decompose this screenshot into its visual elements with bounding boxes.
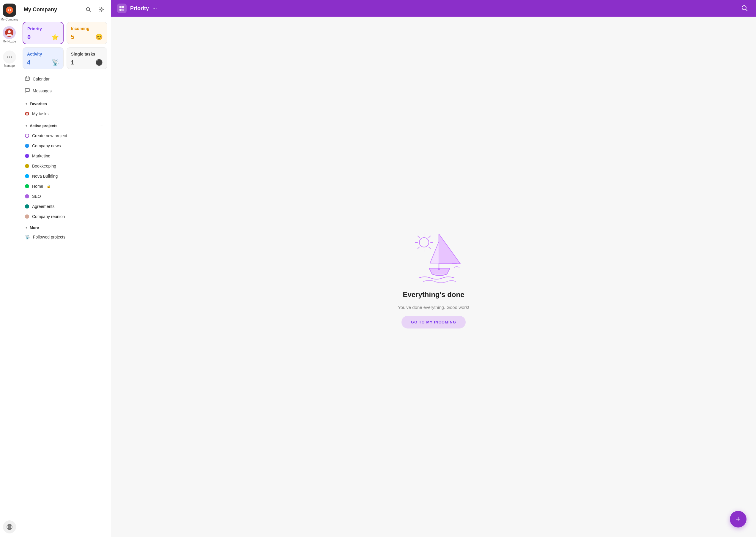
home-dot [25, 184, 29, 188]
favorites-section-toggle[interactable]: ▼ Favorites [25, 102, 47, 106]
incoming-card-label: Incoming [71, 26, 103, 31]
empty-state-subtitle: You've done everything. Good work! [398, 305, 469, 310]
svg-rect-14 [25, 77, 29, 80]
priority-card-count: 0 [27, 34, 31, 41]
active-projects-more-button[interactable]: ··· [98, 123, 105, 129]
sailboat-illustration [401, 225, 466, 285]
more-section-header: ▼ More [22, 223, 107, 231]
sidebar-item-messages[interactable]: Messages [22, 85, 107, 97]
company-news-label: Company news [32, 144, 61, 148]
favorites-section-header: ▼ Favorites ··· [22, 98, 107, 108]
more-section-toggle[interactable]: ▼ More [25, 226, 39, 230]
svg-point-6 [11, 57, 12, 58]
svg-line-33 [429, 236, 430, 238]
globe-icon[interactable] [3, 520, 16, 533]
sidebar-item-calendar[interactable]: Calendar [22, 73, 107, 85]
svg-point-26 [419, 238, 429, 247]
sidebar-item-company-reunion[interactable]: Company reunion [22, 212, 107, 221]
main-content: Priority ··· [111, 0, 756, 537]
priority-card-label: Priority [27, 26, 59, 31]
svg-line-32 [429, 247, 430, 249]
svg-point-36 [438, 268, 440, 270]
company-reunion-dot [25, 215, 29, 219]
followed-projects-icon: 📡 [25, 235, 30, 239]
svg-line-31 [418, 236, 420, 238]
priority-app-icon [117, 4, 127, 13]
fab-add-button[interactable]: + [730, 511, 746, 527]
svg-point-1 [9, 9, 10, 11]
marketing-label: Marketing [32, 153, 50, 158]
active-projects-section-title: Active projects [30, 124, 57, 128]
sidebar-item-company-news[interactable]: Company news [22, 141, 107, 150]
sidebar-header: My Company [19, 0, 111, 18]
seo-label: SEO [32, 194, 41, 199]
priority-card-icon: ⭐ [51, 34, 59, 41]
svg-line-12 [89, 11, 91, 12]
active-projects-section-toggle[interactable]: ▼ Active projects [25, 124, 57, 128]
sidebar-item-my-tasks[interactable]: My tasks [22, 109, 107, 118]
header-search-icon[interactable] [739, 3, 750, 14]
single-tasks-card-icon: ⚫ [95, 59, 103, 66]
sidebar-item-create-project[interactable]: + Create new project [22, 131, 107, 141]
sidebar-content: Priority 0 ⭐ Incoming 5 😊 Activity 4 📡 [19, 18, 111, 537]
icon-bar: My Company My Nozbe Manage [0, 0, 19, 537]
bookkeeping-dot [25, 164, 29, 168]
create-project-icon: + [25, 134, 29, 138]
empty-state-text: Everything's done [403, 290, 464, 299]
sidebar-header-icons [83, 5, 106, 14]
activity-card-count: 4 [27, 59, 30, 66]
svg-rect-20 [119, 6, 121, 8]
svg-line-34 [418, 247, 420, 249]
header-more-button[interactable]: ··· [153, 5, 157, 12]
sidebar-item-marketing[interactable]: Marketing [22, 151, 107, 161]
svg-point-3 [8, 30, 11, 33]
sidebar-item-home[interactable]: Home 🔒 [22, 182, 107, 191]
calendar-icon [25, 76, 30, 82]
incoming-card[interactable]: Incoming 5 😊 [67, 22, 108, 44]
incoming-card-count: 5 [71, 34, 74, 40]
activity-card-icon: 📡 [52, 59, 59, 66]
main-header-left: Priority ··· [117, 4, 157, 13]
main-header-title: Priority [130, 5, 149, 12]
single-tasks-card[interactable]: Single tasks 1 ⚫ [67, 47, 108, 69]
sidebar-item-agreements[interactable]: Agreements [22, 202, 107, 211]
followed-projects-label: Followed projects [33, 235, 66, 239]
priority-card[interactable]: Priority 0 ⭐ [22, 22, 64, 44]
favorites-more-button[interactable]: ··· [98, 101, 105, 106]
sidebar: My Company Priority 0 [19, 0, 111, 537]
messages-icon [25, 88, 30, 94]
go-to-incoming-button[interactable]: GO TO MY INCOMING [401, 316, 466, 328]
sidebar-search-button[interactable] [83, 5, 93, 14]
sidebar-item-nova-building[interactable]: Nova Building [22, 171, 107, 181]
company-name-label: My Company [1, 18, 18, 21]
sidebar-item-bookkeeping[interactable]: Bookkeeping [22, 161, 107, 171]
svg-point-19 [26, 112, 28, 114]
create-project-label: Create new project [32, 133, 67, 138]
svg-point-5 [7, 57, 8, 58]
svg-point-11 [86, 8, 90, 11]
sidebar-title: My Company [24, 7, 57, 13]
active-projects-section-header: ▼ Active projects ··· [22, 120, 107, 130]
bookkeeping-label: Bookkeeping [32, 164, 56, 168]
svg-point-4 [9, 57, 10, 58]
active-projects-chevron-icon: ▼ [25, 124, 28, 127]
my-tasks-avatar [25, 112, 29, 116]
empty-state-title: Everything's done [403, 290, 464, 299]
manage-label: Manage [4, 64, 15, 68]
main-body: Everything's done You've done everything… [111, 17, 756, 537]
sidebar-settings-button[interactable] [97, 5, 106, 14]
company-logo-icon[interactable] [3, 4, 16, 17]
more-chevron-icon: ▼ [25, 226, 28, 229]
sidebar-item-seo[interactable]: SEO [22, 191, 107, 201]
sidebar-item-followed-projects[interactable]: 📡 Followed projects [22, 232, 107, 242]
activity-card[interactable]: Activity 4 📡 [22, 47, 64, 69]
cards-grid: Priority 0 ⭐ Incoming 5 😊 Activity 4 📡 [22, 22, 107, 69]
seo-dot [25, 194, 29, 198]
my-nozbe-item[interactable]: My Nozbe [3, 26, 16, 48]
agreements-dot [25, 204, 29, 209]
manage-item[interactable] [3, 51, 16, 63]
favorites-chevron-icon: ▼ [25, 102, 28, 105]
marketing-dot [25, 154, 29, 158]
home-lock-icon: 🔒 [47, 185, 51, 188]
messages-label: Messages [33, 89, 52, 93]
